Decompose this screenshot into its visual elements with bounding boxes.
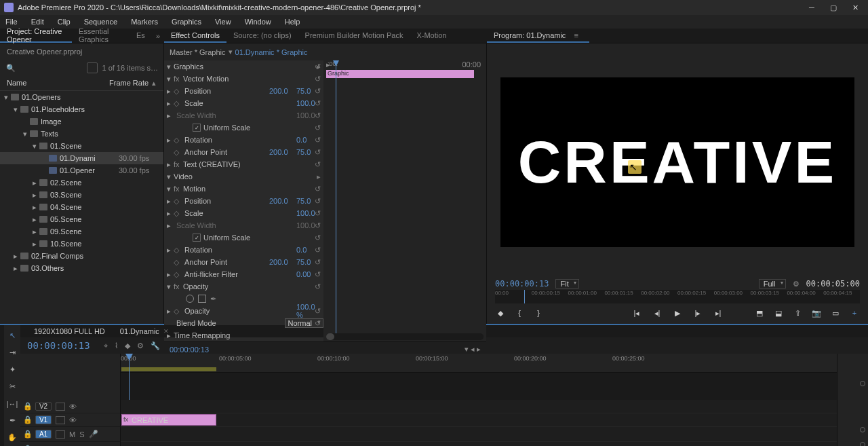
sync-lock-icon[interactable] [56, 416, 65, 424]
reset-icon[interactable]: ↺ [315, 307, 321, 316]
program-resolution-select[interactable]: Full [759, 279, 786, 289]
reset-icon[interactable]: ↺ [315, 221, 321, 230]
add-marker-button[interactable]: ◆ [495, 308, 506, 318]
eye-icon[interactable]: 👁 [69, 416, 79, 424]
step-back-button[interactable]: ◂| [652, 308, 663, 318]
track-v2-header[interactable]: 🔒 V2 👁 [20, 400, 120, 413]
toggle-icon[interactable]: ▾ [167, 75, 174, 83]
lock-icon[interactable]: 🔒 [23, 402, 31, 411]
tree-toggle-icon[interactable]: ▾ [23, 130, 30, 138]
reset-icon[interactable]: ↺ [315, 87, 321, 96]
menu-help[interactable]: Help [282, 18, 303, 26]
stopwatch-icon[interactable]: ◇ [174, 307, 182, 316]
timeline-tab[interactable]: 1920X1080 FULL HD [27, 325, 112, 337]
menu-file[interactable]: File [3, 18, 20, 26]
track-select-tool[interactable]: ⇥ [6, 348, 18, 358]
timeline-tab[interactable]: 01.Dynamic✕ [113, 325, 176, 337]
toggle-icon[interactable]: ▸ [167, 246, 174, 255]
fx-icon[interactable]: fx [174, 75, 183, 83]
tree-item[interactable]: ▾Texts [0, 128, 163, 140]
track-v2-lane[interactable] [121, 400, 837, 413]
wrench-icon[interactable]: 🔧 [151, 341, 160, 350]
program-playhead[interactable] [524, 290, 525, 303]
scroll-marker[interactable] [860, 427, 865, 432]
ec-instance-label[interactable]: 01.Dynamic * Graphic [235, 48, 308, 56]
track-v1-header[interactable]: 🔒 V1 👁 [20, 413, 120, 427]
tree-item[interactable]: Image [0, 115, 163, 128]
reset-icon[interactable]: ↺ [315, 160, 321, 169]
column-name[interactable]: Name [7, 79, 109, 88]
ec-timeline[interactable]: ▸ 00:00 :00: Graphic [323, 60, 486, 341]
tree-toggle-icon[interactable]: ▸ [33, 240, 39, 248]
tree-toggle-icon[interactable]: ▸ [14, 252, 20, 261]
reset-icon[interactable]: ↺ [315, 124, 321, 132]
toggle-icon[interactable]: ▸ [167, 87, 174, 96]
property-value[interactable]: 200.0 [269, 87, 296, 95]
stopwatch-icon[interactable]: ◇ [174, 258, 182, 267]
ec-playhead[interactable] [336, 60, 336, 333]
tree-item[interactable]: ▸03.Others [0, 262, 163, 274]
timeline-timecode[interactable]: 00:00:00:13 [27, 340, 90, 351]
toggle-icon[interactable]: ▾ [167, 282, 174, 291]
timeline-settings-icon[interactable]: ⚙ [137, 341, 144, 350]
master-lane[interactable] [121, 442, 837, 446]
tree-item[interactable]: ▸09.Scene [0, 225, 163, 238]
linked-selection-icon[interactable]: ⌇ [115, 341, 118, 350]
reset-icon[interactable]: ↺ [315, 270, 321, 279]
stopwatch-icon[interactable]: ◇ [174, 270, 182, 279]
play-button[interactable]: ▶ [672, 308, 683, 318]
tab-x-motion[interactable]: X-Motion [410, 29, 453, 43]
snap-icon[interactable]: ⌖ [104, 341, 108, 350]
tree-item[interactable]: ▸05.Scene [0, 213, 163, 225]
tree-item[interactable]: ▾01.Scene [0, 140, 163, 152]
reset-icon[interactable]: ↺ [315, 197, 321, 206]
go-to-in-button[interactable]: |◂ [631, 308, 642, 318]
toggle-icon[interactable]: ▸ [167, 136, 174, 145]
menu-markers[interactable]: Markers [128, 18, 161, 26]
tab-menu-icon[interactable]: ≡ [570, 31, 582, 39]
property-value[interactable]: 200.0 [269, 148, 296, 156]
stopwatch-icon[interactable]: ◇ [174, 148, 182, 157]
toggle-icon[interactable]: ▸ [167, 209, 174, 218]
mute-button[interactable]: M [69, 430, 75, 439]
mask-rect-icon[interactable] [198, 295, 206, 303]
work-area-bar[interactable] [121, 367, 216, 371]
timeline-ruler[interactable]: 00:0000:00:05:0000:00:10:0000:00:15:0000… [121, 354, 837, 373]
stopwatch-icon[interactable]: ◇ [174, 246, 182, 255]
menu-graphics[interactable]: Graphics [169, 18, 204, 26]
tab-essential-graphics[interactable]: Essential Graphics [72, 29, 130, 43]
menu-clip[interactable]: Clip [55, 18, 73, 26]
tree-toggle-icon[interactable]: ▾ [33, 142, 39, 151]
go-to-out-button[interactable]: ▸| [713, 308, 724, 318]
reset-icon[interactable]: ↺ [315, 258, 321, 267]
selection-tool[interactable]: ↖ [6, 331, 18, 341]
toggle-icon[interactable]: ▾ [167, 172, 174, 181]
stopwatch-icon[interactable]: ◇ [174, 136, 182, 145]
pen-tool[interactable]: ✒ [6, 415, 18, 426]
track-label[interactable]: A1 [35, 430, 52, 439]
solo-button[interactable]: S [79, 430, 84, 439]
reset-icon[interactable]: ↺ [315, 185, 321, 193]
tree-item[interactable]: 01.Dynami30.00 fps [0, 152, 163, 164]
tabs-overflow-icon[interactable]: » [152, 32, 164, 40]
reset-icon[interactable]: ↺ [315, 319, 321, 328]
maximize-button[interactable]: ▢ [829, 3, 838, 12]
tree-item[interactable]: ▸03.Scene [0, 189, 163, 201]
button-editor[interactable]: + [849, 308, 860, 318]
search-icon[interactable]: 🔍 [5, 62, 16, 73]
menu-edit[interactable]: Edit [28, 18, 47, 26]
settings-icon[interactable]: ⚙ [793, 280, 800, 289]
reset-icon[interactable]: ↺ [315, 246, 321, 255]
tree-toggle-icon[interactable]: ▸ [33, 215, 39, 224]
property-value[interactable]: 200.0 [269, 197, 296, 205]
toggle-icon[interactable]: ▾ [167, 62, 174, 71]
program-viewer[interactable]: CREATIVE ↖ [500, 77, 854, 247]
track-label[interactable]: V1 [35, 415, 52, 424]
eye-icon[interactable]: 👁 [69, 403, 79, 411]
reset-icon[interactable]: ↺ [315, 148, 321, 157]
stopwatch-icon[interactable]: ◇ [174, 197, 182, 206]
toggle-icon[interactable]: ▸ [167, 221, 174, 230]
stopwatch-icon[interactable]: ◇ [174, 99, 182, 108]
play-icon[interactable]: ▸ [317, 62, 321, 71]
fx-icon[interactable]: fx [174, 185, 183, 193]
